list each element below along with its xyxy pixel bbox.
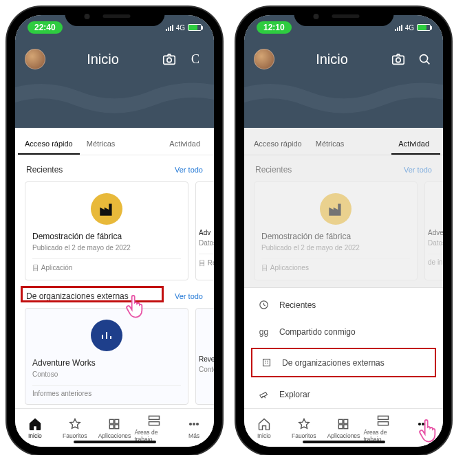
search-icon[interactable] <box>415 50 433 68</box>
svg-point-1 <box>167 58 171 62</box>
tab-quick-access[interactable]: Acceso rápido <box>18 133 80 155</box>
battery-icon <box>188 24 202 31</box>
refresh-icon[interactable]: C <box>186 50 204 68</box>
battery-icon <box>417 24 431 31</box>
recent-header: Recientes <box>255 165 292 175</box>
shared-icon: gg <box>258 327 270 337</box>
camera-icon[interactable] <box>389 50 407 68</box>
tabbar-apps[interactable]: Aplicaciones <box>324 414 364 442</box>
page-title: Inicio <box>283 52 381 67</box>
svg-rect-7 <box>149 421 160 425</box>
svg-rect-15 <box>263 359 270 366</box>
screen-right: 12:10 4G Inicio Acceso rápido Métrica <box>244 15 443 447</box>
svg-rect-6 <box>149 416 160 419</box>
hero: Inicio <box>244 40 443 128</box>
card-subtitle: Publicado el 2 de mayo de 2022 <box>261 244 410 252</box>
tabbar-home[interactable]: Inicio <box>15 414 55 442</box>
card-subtitle: Contoso <box>32 370 181 378</box>
recent-header: Recientes <box>26 165 63 175</box>
recent-card-factory[interactable]: Demostración de fábrica Publicado el 2 d… <box>25 181 188 280</box>
svg-point-9 <box>193 423 195 425</box>
telescope-icon <box>258 388 270 400</box>
svg-rect-21 <box>378 421 389 425</box>
time-pill: 22:40 <box>28 21 63 34</box>
avatar[interactable] <box>25 49 45 69</box>
card-title: Demostración de fábrica <box>261 232 410 241</box>
external-card-adventure[interactable]: Adventure Works Contoso Informes anterio… <box>25 308 188 405</box>
card-meta: 目 Aplicaciones <box>261 258 410 273</box>
svg-rect-19 <box>344 424 348 428</box>
svg-point-10 <box>197 423 199 425</box>
time-pill: 12:10 <box>257 21 292 34</box>
signal-icon <box>395 25 402 31</box>
svg-rect-11 <box>393 56 404 64</box>
home-indicator[interactable] <box>74 441 156 443</box>
content-left: Recientes Ver todo Demostración de fábri… <box>15 155 214 408</box>
more-menu-sheet: Recientes gg Compartido conmigo De organ… <box>244 287 443 408</box>
recent-see-all[interactable]: Ver todo <box>404 166 432 174</box>
screen-left: 22:40 4G Inicio C Acceso rápido Métricas… <box>15 15 214 447</box>
svg-rect-17 <box>344 419 348 423</box>
home-indicator[interactable] <box>303 441 385 443</box>
carrier-label: 4G <box>176 24 185 32</box>
tab-activity[interactable]: Actividad <box>162 133 211 155</box>
avatar[interactable] <box>254 49 274 69</box>
signal-icon <box>166 25 173 31</box>
svg-rect-2 <box>110 419 114 423</box>
svg-rect-16 <box>339 419 343 423</box>
notch <box>294 7 393 26</box>
svg-point-13 <box>420 55 428 63</box>
menu-recent[interactable]: Recientes <box>244 291 443 319</box>
recent-see-all[interactable]: Ver todo <box>175 166 203 174</box>
hero: Inicio C <box>15 40 214 128</box>
hand-pointer-icon <box>124 292 147 320</box>
tab-activity[interactable]: Actividad <box>391 133 440 155</box>
menu-explore[interactable]: Explorar <box>244 380 443 408</box>
tab-quick-access[interactable]: Acceso rápido <box>247 133 309 155</box>
factory-icon <box>91 193 122 225</box>
svg-rect-20 <box>378 416 389 419</box>
page-title: Inicio <box>54 52 152 67</box>
building-icon <box>261 357 272 368</box>
svg-rect-18 <box>339 424 343 428</box>
svg-point-12 <box>396 58 400 62</box>
tabbar-apps[interactable]: Aplicaciones <box>95 414 135 442</box>
phone-right: 12:10 4G Inicio Acceso rápido Métrica <box>236 7 451 455</box>
svg-rect-4 <box>110 424 114 428</box>
svg-rect-5 <box>115 424 119 428</box>
phone-left: 22:40 4G Inicio C Acceso rápido Métricas… <box>7 7 222 455</box>
external-header: De organizaciones externas <box>26 291 129 301</box>
tabbar-workspaces[interactable]: Áreas de trabajo <box>363 411 403 445</box>
svg-rect-3 <box>115 419 119 423</box>
tabbar-more[interactable]: Más <box>174 414 214 442</box>
clock-icon <box>258 299 270 311</box>
chart-icon <box>91 320 122 351</box>
external-see-all[interactable]: Ver todo <box>175 292 203 300</box>
card-title: Demostración de fábrica <box>32 232 181 241</box>
tabs: Acceso rápido Métricas Actividad <box>15 128 214 155</box>
svg-point-8 <box>190 423 192 425</box>
camera-icon[interactable] <box>160 50 178 68</box>
tab-metrics[interactable]: Métricas <box>309 133 351 155</box>
recent-card-peek[interactable]: Adve Datos i de informes <box>424 181 443 280</box>
card-subtitle: Publicado el 2 de mayo de 2022 <box>32 244 181 252</box>
tabbar-workspaces[interactable]: Áreas de trabajo <box>134 411 174 445</box>
card-meta: 目 Aplicación <box>32 258 181 273</box>
tabbar-favorites[interactable]: Fauoritos <box>284 414 324 442</box>
card-title: Adventure Works <box>32 358 181 368</box>
notch <box>65 7 164 26</box>
card-meta: Informes anteriores <box>32 385 181 397</box>
content-right-greyed: Recientes Ver todo Demostración de fábri… <box>244 155 443 287</box>
external-card-peek[interactable]: Revel Contos <box>195 308 214 405</box>
svg-rect-0 <box>164 56 175 64</box>
factory-icon <box>320 193 351 225</box>
tab-metrics[interactable]: Métricas <box>80 133 122 155</box>
carrier-label: 4G <box>405 24 414 32</box>
hand-pointer-icon <box>417 417 440 444</box>
menu-shared[interactable]: gg Compartido conmigo <box>244 319 443 345</box>
recent-card-factory[interactable]: Demostración de fábrica Publicado el 2 d… <box>254 181 418 280</box>
recent-card-peek[interactable]: Adv Datos_ 目 Rep <box>195 181 214 280</box>
tabbar-favorites[interactable]: Fauoritos <box>55 414 95 442</box>
tabbar-home[interactable]: Inicio <box>244 414 284 442</box>
menu-external-orgs[interactable]: De organizaciones externas <box>251 348 436 377</box>
